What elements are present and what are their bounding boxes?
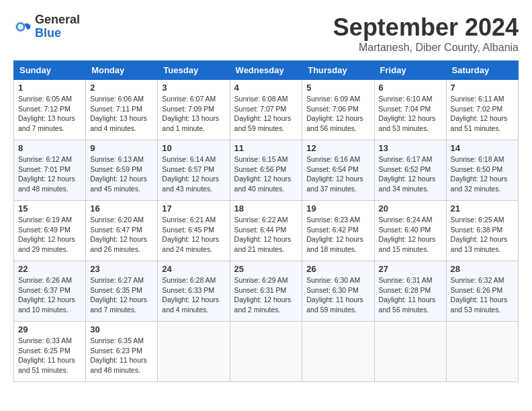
calendar-cell: 14 Sunrise: 6:18 AM Sunset: 6:50 PM Dayl… [446, 140, 518, 201]
calendar-cell: 5 Sunrise: 6:09 AM Sunset: 7:06 PM Dayli… [302, 80, 374, 140]
title-section: September 2024 Martanesh, Diber County, … [333, 13, 519, 54]
column-header-saturday: Saturday [446, 61, 518, 80]
day-number: 12 [306, 143, 369, 153]
day-info: Sunrise: 6:13 AM Sunset: 6:59 PM Dayligh… [90, 154, 153, 194]
calendar-cell [230, 322, 302, 382]
calendar-week-row: 15 Sunrise: 6:19 AM Sunset: 6:49 PM Dayl… [14, 201, 519, 261]
day-info: Sunrise: 6:12 AM Sunset: 7:01 PM Dayligh… [18, 154, 81, 194]
calendar-week-row: 22 Sunrise: 6:26 AM Sunset: 6:37 PM Dayl… [14, 261, 519, 322]
calendar-cell: 24 Sunrise: 6:28 AM Sunset: 6:33 PM Dayl… [158, 261, 230, 322]
day-number: 23 [90, 264, 153, 274]
calendar-cell: 1 Sunrise: 6:05 AM Sunset: 7:12 PM Dayli… [14, 80, 86, 140]
day-number: 24 [162, 264, 225, 274]
day-number: 15 [18, 203, 81, 214]
calendar-week-row: 1 Sunrise: 6:05 AM Sunset: 7:12 PM Dayli… [14, 80, 519, 140]
day-number: 22 [18, 264, 81, 274]
calendar-cell: 29 Sunrise: 6:33 AM Sunset: 6:25 PM Dayl… [14, 322, 86, 382]
day-number: 29 [18, 324, 81, 334]
day-info: Sunrise: 6:28 AM Sunset: 6:33 PM Dayligh… [162, 275, 225, 315]
calendar-cell: 11 Sunrise: 6:15 AM Sunset: 6:56 PM Dayl… [230, 140, 302, 201]
day-info: Sunrise: 6:17 AM Sunset: 6:52 PM Dayligh… [379, 154, 442, 194]
calendar-cell [446, 322, 518, 382]
day-info: Sunrise: 6:08 AM Sunset: 7:07 PM Dayligh… [234, 94, 298, 134]
location-subtitle: Martanesh, Diber County, Albania [333, 42, 519, 54]
day-number: 6 [379, 83, 442, 93]
calendar-cell: 26 Sunrise: 6:30 AM Sunset: 6:30 PM Dayl… [302, 261, 374, 322]
calendar-cell: 23 Sunrise: 6:27 AM Sunset: 6:35 PM Dayl… [86, 261, 158, 322]
day-info: Sunrise: 6:21 AM Sunset: 6:45 PM Dayligh… [162, 215, 225, 255]
calendar-cell [302, 322, 374, 382]
day-number: 13 [379, 143, 442, 153]
calendar-cell: 27 Sunrise: 6:31 AM Sunset: 6:28 PM Dayl… [374, 261, 446, 322]
day-info: Sunrise: 6:23 AM Sunset: 6:42 PM Dayligh… [306, 215, 369, 255]
day-info: Sunrise: 6:16 AM Sunset: 6:54 PM Dayligh… [306, 154, 369, 194]
day-info: Sunrise: 6:14 AM Sunset: 6:57 PM Dayligh… [162, 154, 225, 194]
logo: General Blue [13, 13, 80, 40]
calendar-cell: 6 Sunrise: 6:10 AM Sunset: 7:04 PM Dayli… [374, 80, 446, 140]
day-info: Sunrise: 6:27 AM Sunset: 6:35 PM Dayligh… [90, 275, 153, 315]
day-number: 10 [162, 143, 225, 153]
calendar-cell: 9 Sunrise: 6:13 AM Sunset: 6:59 PM Dayli… [86, 140, 158, 201]
day-info: Sunrise: 6:11 AM Sunset: 7:02 PM Dayligh… [451, 94, 514, 134]
day-number: 28 [451, 264, 514, 274]
day-info: Sunrise: 6:10 AM Sunset: 7:04 PM Dayligh… [379, 94, 442, 134]
month-title: September 2024 [333, 13, 519, 42]
day-number: 4 [234, 83, 298, 93]
day-info: Sunrise: 6:19 AM Sunset: 6:49 PM Dayligh… [18, 215, 81, 255]
column-header-sunday: Sunday [14, 61, 86, 80]
day-info: Sunrise: 6:30 AM Sunset: 6:30 PM Dayligh… [306, 275, 369, 315]
logo-text: General Blue [35, 13, 80, 40]
day-number: 8 [18, 143, 81, 153]
day-number: 20 [379, 203, 442, 214]
day-number: 2 [90, 83, 153, 93]
calendar-cell: 3 Sunrise: 6:07 AM Sunset: 7:09 PM Dayli… [158, 80, 230, 140]
column-header-friday: Friday [374, 61, 446, 80]
day-info: Sunrise: 6:06 AM Sunset: 7:11 PM Dayligh… [90, 94, 153, 134]
calendar-cell: 22 Sunrise: 6:26 AM Sunset: 6:37 PM Dayl… [14, 261, 86, 322]
day-number: 30 [90, 324, 153, 334]
calendar-cell: 10 Sunrise: 6:14 AM Sunset: 6:57 PM Dayl… [158, 140, 230, 201]
day-info: Sunrise: 6:15 AM Sunset: 6:56 PM Dayligh… [234, 154, 298, 194]
day-number: 21 [451, 203, 514, 214]
logo-blue-text: Blue [35, 27, 80, 40]
calendar-cell: 20 Sunrise: 6:24 AM Sunset: 6:40 PM Dayl… [374, 201, 446, 261]
day-info: Sunrise: 6:20 AM Sunset: 6:47 PM Dayligh… [90, 215, 153, 255]
calendar-cell [158, 322, 230, 382]
day-info: Sunrise: 6:32 AM Sunset: 6:26 PM Dayligh… [451, 275, 514, 315]
day-info: Sunrise: 6:35 AM Sunset: 6:23 PM Dayligh… [90, 336, 153, 375]
calendar-week-row: 8 Sunrise: 6:12 AM Sunset: 7:01 PM Dayli… [14, 140, 519, 201]
day-number: 11 [234, 143, 298, 153]
day-number: 25 [234, 264, 298, 274]
calendar-cell: 16 Sunrise: 6:20 AM Sunset: 6:47 PM Dayl… [86, 201, 158, 261]
calendar-header-row: SundayMondayTuesdayWednesdayThursdayFrid… [14, 61, 519, 80]
day-info: Sunrise: 6:33 AM Sunset: 6:25 PM Dayligh… [18, 336, 81, 375]
day-info: Sunrise: 6:26 AM Sunset: 6:37 PM Dayligh… [18, 275, 81, 315]
calendar-cell: 25 Sunrise: 6:29 AM Sunset: 6:31 PM Dayl… [230, 261, 302, 322]
day-info: Sunrise: 6:25 AM Sunset: 6:38 PM Dayligh… [451, 215, 514, 255]
calendar-week-row: 29 Sunrise: 6:33 AM Sunset: 6:25 PM Dayl… [14, 322, 519, 382]
day-number: 19 [306, 203, 369, 214]
day-info: Sunrise: 6:22 AM Sunset: 6:44 PM Dayligh… [234, 215, 298, 255]
logo-icon [13, 17, 32, 36]
day-number: 27 [379, 264, 442, 274]
day-number: 7 [451, 83, 514, 93]
day-info: Sunrise: 6:05 AM Sunset: 7:12 PM Dayligh… [18, 94, 81, 134]
day-number: 1 [18, 83, 81, 93]
day-info: Sunrise: 6:24 AM Sunset: 6:40 PM Dayligh… [379, 215, 442, 255]
calendar-cell: 12 Sunrise: 6:16 AM Sunset: 6:54 PM Dayl… [302, 140, 374, 201]
calendar-cell: 4 Sunrise: 6:08 AM Sunset: 7:07 PM Dayli… [230, 80, 302, 140]
day-info: Sunrise: 6:18 AM Sunset: 6:50 PM Dayligh… [451, 154, 514, 194]
column-header-monday: Monday [86, 61, 158, 80]
calendar-cell [374, 322, 446, 382]
calendar-cell: 17 Sunrise: 6:21 AM Sunset: 6:45 PM Dayl… [158, 201, 230, 261]
calendar-cell: 15 Sunrise: 6:19 AM Sunset: 6:49 PM Dayl… [14, 201, 86, 261]
calendar-cell: 8 Sunrise: 6:12 AM Sunset: 7:01 PM Dayli… [14, 140, 86, 201]
day-info: Sunrise: 6:31 AM Sunset: 6:28 PM Dayligh… [379, 275, 442, 315]
day-number: 14 [451, 143, 514, 153]
calendar-cell: 2 Sunrise: 6:06 AM Sunset: 7:11 PM Dayli… [86, 80, 158, 140]
column-header-tuesday: Tuesday [158, 61, 230, 80]
calendar-cell: 30 Sunrise: 6:35 AM Sunset: 6:23 PM Dayl… [86, 322, 158, 382]
page-header: General Blue September 2024 Martanesh, D… [13, 13, 519, 54]
column-header-wednesday: Wednesday [230, 61, 302, 80]
calendar-cell: 19 Sunrise: 6:23 AM Sunset: 6:42 PM Dayl… [302, 201, 374, 261]
